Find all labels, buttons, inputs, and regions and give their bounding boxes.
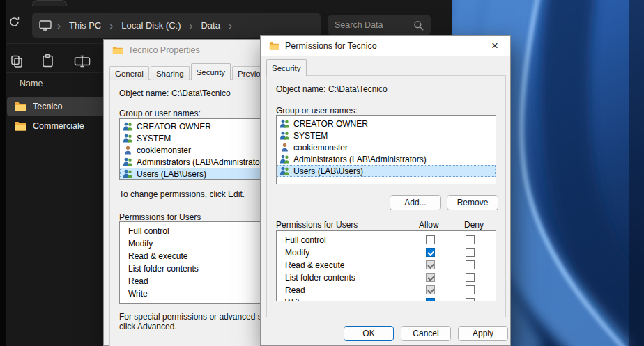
deny-checkbox-modify[interactable] [466, 248, 475, 257]
group-user-names-label: Group or user names: [276, 106, 358, 116]
deny-checkbox-list-folder[interactable] [466, 273, 475, 282]
permission-row-modify[interactable]: Modify [277, 246, 496, 259]
permission-row-read[interactable]: Read [277, 284, 496, 297]
user-name: CREATOR OWNER [137, 122, 211, 132]
search-input[interactable]: Search Data [328, 15, 431, 36]
permission-name: Modify [128, 239, 153, 249]
permission-name: Read [285, 285, 305, 295]
folder-icon [112, 46, 123, 54]
permission-row-list-folder-contents[interactable]: List folder contents [277, 272, 496, 284]
breadcrumb-this-pc[interactable]: This PC [66, 20, 104, 31]
permissions-dialog: Permissions for Tecnico × Security Objec… [260, 35, 511, 346]
apply-button[interactable]: Apply [458, 326, 508, 341]
user-icon [123, 146, 133, 155]
search-placeholder: Search Data [335, 20, 383, 30]
user-name: Administrators (LAB\Administrators) [293, 155, 427, 164]
allow-checkbox-write[interactable] [426, 298, 435, 301]
permission-name: Full control [128, 226, 169, 236]
chevron-icon[interactable]: › [187, 20, 194, 31]
permissions-for-users-label: Permissions for Users [119, 212, 201, 222]
allow-column-header: Allow [419, 220, 439, 230]
permission-name: Read & execute [128, 251, 187, 261]
deny-checkbox-read-execute[interactable] [466, 260, 475, 269]
add-button[interactable]: Add... [390, 195, 441, 210]
user-icon [279, 143, 290, 152]
refresh-icon[interactable] [8, 16, 20, 31]
permissions-dialog-titlebar[interactable]: Permissions for Tecnico [261, 36, 510, 56]
group-icon [279, 131, 290, 140]
dialog-title: Tecnico Properties [128, 45, 200, 55]
chevron-icon[interactable]: › [227, 20, 233, 31]
group-icon [279, 166, 290, 175]
breadcrumb[interactable]: › This PC › Local Disk (C:) › Data › [32, 13, 321, 38]
screen: › This PC › Local Disk (C:) › Data › Sea… [0, 0, 644, 346]
chevron-icon[interactable]: › [56, 20, 62, 31]
folder-icon [269, 42, 279, 50]
tab-general[interactable]: General [109, 66, 149, 80]
permission-name: Read [128, 276, 148, 286]
copy-icon[interactable] [10, 54, 24, 71]
permission-name: Modify [285, 248, 309, 258]
group-icon [123, 122, 133, 131]
user-row-users-selected[interactable]: Users (LAB\Users) [277, 165, 496, 177]
group-icon [279, 119, 290, 128]
column-header-name[interactable]: Name [20, 79, 43, 88]
user-row-administrators[interactable]: Administrators (LAB\Administrators) [277, 153, 496, 165]
group-user-list[interactable]: CREATOR OWNER SYSTEM cookiemonster Admin… [276, 115, 496, 184]
user-name: cookiemonster [293, 143, 348, 152]
permission-row-full-control[interactable]: Full control [277, 234, 496, 246]
user-name: CREATOR OWNER [293, 119, 368, 129]
advanced-hint-line2: click Advanced. [119, 322, 177, 331]
permission-name: Write [128, 289, 148, 299]
user-name: Users (LAB\Users) [293, 166, 363, 176]
deny-checkbox-read[interactable] [466, 285, 475, 294]
window-edge [0, 0, 6, 346]
group-icon [123, 134, 133, 143]
group-icon [123, 169, 133, 178]
dialog-title: Permissions for Tecnico [285, 41, 377, 51]
rename-icon[interactable] [74, 55, 91, 70]
permission-row-write-partial[interactable]: Write [277, 297, 496, 301]
user-row-creator-owner[interactable]: CREATOR OWNER [277, 118, 496, 129]
header-underline [8, 93, 99, 93]
group-icon [279, 155, 290, 164]
permissions-tabstrip: Security [266, 59, 308, 76]
breadcrumb-local-disk-c[interactable]: Local Disk (C:) [118, 20, 183, 31]
ok-button[interactable]: OK [344, 326, 394, 341]
file-name: Commerciale [33, 121, 84, 131]
user-name: Administrators (LAB\Administrators) [137, 157, 270, 167]
allow-checkbox-full-control[interactable] [426, 235, 435, 244]
permission-name: Read & execute [285, 260, 344, 270]
deny-checkbox-full-control[interactable] [466, 235, 475, 244]
tab-security[interactable]: Security [191, 63, 231, 80]
user-row-system[interactable]: SYSTEM [277, 129, 496, 141]
this-pc-icon [39, 20, 52, 31]
group-user-names-label: Group or user names: [119, 109, 201, 118]
object-name-label: Object name: [276, 84, 325, 94]
explorer-tab-partial[interactable] [32, 0, 67, 6]
user-row-cookiemonster[interactable]: cookiemonster [277, 141, 496, 153]
tab-sharing[interactable]: Sharing [151, 66, 190, 80]
breadcrumb-data[interactable]: Data [198, 20, 222, 31]
chevron-icon[interactable]: › [108, 20, 114, 31]
remove-button[interactable]: Remove [447, 195, 498, 210]
permission-name: Full control [285, 235, 326, 245]
permissions-checkbox-list[interactable]: Full control Modify Read & execute List … [276, 230, 496, 301]
folder-icon [14, 121, 26, 131]
permission-name: List folder contents [128, 264, 199, 274]
allow-checkbox-read-execute[interactable] [426, 260, 435, 269]
allow-checkbox-read[interactable] [426, 285, 435, 294]
search-icon[interactable] [413, 20, 424, 31]
object-name-label: Object name: [119, 88, 169, 98]
folder-icon [14, 102, 26, 111]
cancel-button[interactable]: Cancel [401, 326, 451, 341]
allow-checkbox-modify[interactable] [426, 248, 435, 257]
close-icon[interactable]: × [480, 36, 510, 56]
file-name: Tecnico [33, 102, 62, 111]
allow-checkbox-list-folder[interactable] [426, 273, 435, 282]
permission-row-read-execute[interactable]: Read & execute [277, 259, 496, 272]
deny-checkbox-write[interactable] [466, 298, 475, 301]
paste-icon[interactable] [40, 54, 55, 71]
user-name: Users (LAB\Users) [137, 169, 206, 179]
tab-security[interactable]: Security [266, 59, 307, 76]
